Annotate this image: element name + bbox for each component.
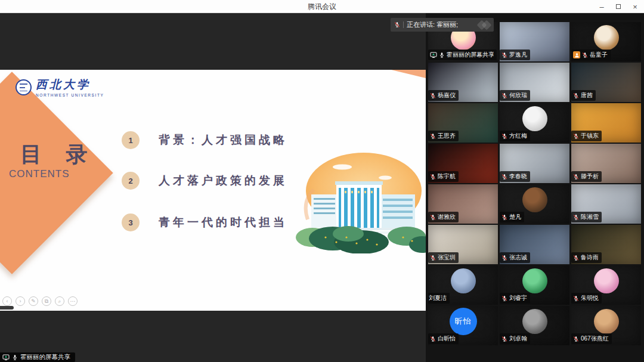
screen-share-badge-label: 霍丽丽的屏幕共享 xyxy=(20,353,70,361)
mic-off-icon xyxy=(501,295,507,302)
participant-label: 于镇东 xyxy=(571,131,602,141)
toc-item: 3青年一代的时代担当 xyxy=(122,214,287,231)
participant-tile[interactable]: 陈宇航 xyxy=(428,144,498,183)
participant-tile[interactable]: 陈湘雪 xyxy=(571,184,641,224)
participant-tile[interactable]: 罗逸凡 xyxy=(500,22,569,61)
participant-tile[interactable]: 刘睿宇 xyxy=(500,265,569,305)
mic-off-icon xyxy=(501,336,507,342)
participant-tile[interactable]: 唐茜 xyxy=(571,63,641,102)
more-icon[interactable]: ⋯ xyxy=(68,296,78,306)
participant-tile[interactable]: 何欣瑞 xyxy=(500,63,569,102)
participant-tile[interactable]: 刘卓翰 xyxy=(500,306,569,345)
slide-subtitle: CONTENTS xyxy=(9,168,70,180)
avatar xyxy=(522,106,547,131)
mic-off-icon xyxy=(582,52,588,58)
mic-on-icon xyxy=(439,52,445,58)
participant-label: 张宝圳 xyxy=(428,252,459,263)
mic-off-icon xyxy=(501,174,507,180)
video-grid: 霍丽丽的屏幕共享罗逸凡岳童子杨嘉仪何欣瑞唐茜王思齐方红梅于镇东陈宇航李春晓滕予析… xyxy=(428,22,641,345)
participant-label: 067张燕红 xyxy=(571,333,612,344)
participant-tile[interactable]: 李春晓 xyxy=(500,144,569,183)
mic-off-icon xyxy=(430,336,436,342)
avatar xyxy=(594,268,619,293)
participant-tile[interactable]: 谢雅欣 xyxy=(428,184,498,224)
participant-label: 刘睿宇 xyxy=(500,293,530,304)
avatar xyxy=(451,268,476,293)
restore-icon xyxy=(616,4,621,9)
participant-name: 罗逸凡 xyxy=(509,51,527,59)
participant-name: 于镇东 xyxy=(581,132,599,140)
mic-off-icon xyxy=(430,255,436,261)
participant-name: 方红梅 xyxy=(509,132,527,140)
mic-off-icon xyxy=(394,21,400,28)
tencent-meeting-window: 腾讯会议 – × 西北大学 NORTHWEST UNIVERSITY 目 录 C… xyxy=(0,0,644,362)
participant-label: 鲁诗雨 xyxy=(571,252,602,263)
next-icon[interactable]: › xyxy=(16,296,25,306)
participant-tile[interactable]: 张宝圳 xyxy=(428,225,498,264)
participant-label: 岳童子 xyxy=(571,49,611,60)
mic-off-icon xyxy=(430,92,436,99)
minimize-button[interactable]: – xyxy=(597,2,606,11)
pages-icon[interactable]: ⧉ xyxy=(42,296,51,306)
titlebar: 腾讯会议 – × xyxy=(0,0,644,13)
presentation-slide: 西北大学 NORTHWEST UNIVERSITY 目 录 CONTENTS 1… xyxy=(0,70,426,311)
participant-tile[interactable]: 鲁诗雨 xyxy=(571,225,641,264)
prev-icon[interactable]: ‹ xyxy=(2,296,12,306)
participant-name: 楚凡 xyxy=(509,213,521,221)
participant-label: 刘夏洁 xyxy=(428,293,450,304)
participant-name: 067张燕红 xyxy=(581,335,609,343)
university-name-cn: 西北大学 xyxy=(36,77,104,92)
mic-off-icon xyxy=(501,214,507,221)
mic-off-icon xyxy=(573,214,579,221)
mic-off-icon xyxy=(501,255,507,261)
participant-name: 滕予析 xyxy=(581,172,599,181)
participant-tile[interactable]: 刘夏洁 xyxy=(428,265,498,305)
toc-item-number: 3 xyxy=(122,214,140,231)
participant-tile[interactable]: 王思齐 xyxy=(428,103,498,143)
slide-edge-notch xyxy=(0,306,14,310)
window-title: 腾讯会议 xyxy=(0,0,644,13)
close-button[interactable]: × xyxy=(631,2,639,11)
speaking-toast-text: 正在讲话: 霍丽丽; xyxy=(407,20,458,29)
toc-item-number: 2 xyxy=(122,172,140,190)
toc-item-text: 青年一代的时代担当 xyxy=(159,215,287,230)
participant-label: 唐茜 xyxy=(571,90,596,101)
toc-item: 2人才落户政策的发展 xyxy=(122,172,287,190)
speaking-toast: 正在讲话: 霍丽丽; xyxy=(391,18,494,32)
maximize-button[interactable] xyxy=(614,2,623,11)
campus-illustration xyxy=(290,148,426,253)
pen-icon[interactable]: ✎ xyxy=(29,296,38,306)
avatar xyxy=(522,309,547,334)
avatar xyxy=(594,309,619,334)
mic-off-icon xyxy=(430,133,436,140)
participant-tile[interactable]: 楚凡 xyxy=(500,184,569,224)
window-controls: – × xyxy=(597,0,639,13)
slide-title: 目 录 xyxy=(20,140,96,169)
participant-tile[interactable]: 于镇东 xyxy=(571,103,641,143)
meeting-watermark-icon xyxy=(478,21,490,29)
participant-tile[interactable]: 滕予析 xyxy=(571,144,641,183)
participant-tile[interactable]: 杨嘉仪 xyxy=(428,63,498,102)
participant-name: 刘夏洁 xyxy=(429,294,447,302)
toc-item-number: 1 xyxy=(122,131,140,149)
corner-triangle-shape xyxy=(391,70,426,78)
participant-tile[interactable]: 张志诚 xyxy=(500,225,569,264)
toast-divider xyxy=(403,21,404,28)
participant-tile[interactable]: 朱明悦 xyxy=(571,265,641,305)
participant-name: 朱明悦 xyxy=(581,294,599,302)
screen-share-icon xyxy=(2,354,10,361)
avatar xyxy=(522,268,547,293)
magnifier-icon[interactable]: ⌕ xyxy=(55,296,64,306)
participants-panel[interactable]: 霍丽丽的屏幕共享罗逸凡岳童子杨嘉仪何欣瑞唐茜王思齐方红梅于镇东陈宇航李春晓滕予析… xyxy=(426,13,644,362)
participant-tile[interactable]: 岳童子 xyxy=(571,22,641,61)
participant-tile[interactable]: 昕怡白昕怡 xyxy=(428,306,498,345)
participant-tile[interactable]: 067张燕红 xyxy=(571,306,641,345)
participant-label: 王思齐 xyxy=(428,131,459,141)
mic-off-icon xyxy=(430,174,436,180)
user-badge-icon xyxy=(573,51,580,58)
participant-tile[interactable]: 方红梅 xyxy=(500,103,569,143)
participant-name: 谢雅欣 xyxy=(438,213,456,221)
participant-name: 李春晓 xyxy=(509,172,527,181)
mic-off-icon xyxy=(573,174,579,180)
avatar: 昕怡 xyxy=(450,308,477,335)
